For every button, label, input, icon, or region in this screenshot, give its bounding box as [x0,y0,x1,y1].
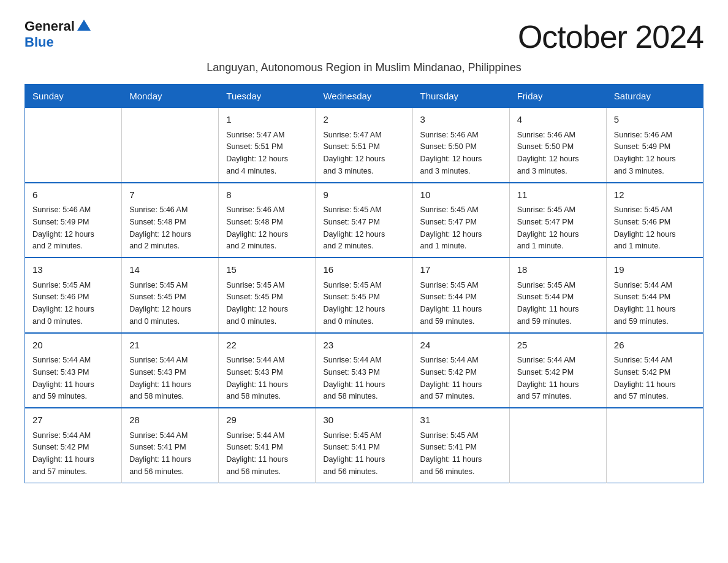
calendar-cell: 30Sunrise: 5:45 AM Sunset: 5:41 PM Dayli… [316,408,412,483]
day-info: Sunrise: 5:44 AM Sunset: 5:42 PM Dayligh… [32,431,94,476]
calendar-cell: 29Sunrise: 5:44 AM Sunset: 5:41 PM Dayli… [219,408,316,483]
day-number: 16 [323,263,404,277]
day-number: 25 [517,339,599,353]
day-info: Sunrise: 5:45 AM Sunset: 5:47 PM Dayligh… [420,205,482,250]
calendar-cell: 2Sunrise: 5:47 AM Sunset: 5:51 PM Daylig… [316,108,412,183]
calendar-cell [25,108,122,183]
calendar-week-row: 1Sunrise: 5:47 AM Sunset: 5:51 PM Daylig… [25,108,703,183]
day-number: 27 [32,413,114,427]
day-number: 10 [420,188,502,202]
day-info: Sunrise: 5:47 AM Sunset: 5:51 PM Dayligh… [323,131,385,175]
logo: General Blue [25,18,91,50]
calendar-cell: 1Sunrise: 5:47 AM Sunset: 5:51 PM Daylig… [219,108,316,183]
day-info: Sunrise: 5:46 AM Sunset: 5:48 PM Dayligh… [226,205,288,250]
day-number: 18 [517,263,599,277]
day-number: 30 [323,413,404,427]
calendar-cell: 8Sunrise: 5:46 AM Sunset: 5:48 PM Daylig… [219,183,316,258]
calendar-cell: 24Sunrise: 5:44 AM Sunset: 5:42 PM Dayli… [412,333,509,408]
day-info: Sunrise: 5:44 AM Sunset: 5:42 PM Dayligh… [614,356,676,400]
calendar-cell: 7Sunrise: 5:46 AM Sunset: 5:48 PM Daylig… [122,183,219,258]
day-info: Sunrise: 5:45 AM Sunset: 5:46 PM Dayligh… [32,281,94,326]
calendar-week-row: 13Sunrise: 5:45 AM Sunset: 5:46 PM Dayli… [25,258,703,333]
calendar-cell: 11Sunrise: 5:45 AM Sunset: 5:47 PM Dayli… [509,183,606,258]
day-info: Sunrise: 5:46 AM Sunset: 5:50 PM Dayligh… [420,131,482,175]
weekday-header-wednesday: Wednesday [316,85,412,108]
calendar-table: SundayMondayTuesdayWednesdayThursdayFrid… [25,84,703,483]
day-info: Sunrise: 5:45 AM Sunset: 5:44 PM Dayligh… [517,281,579,326]
day-number: 3 [420,113,502,127]
calendar-cell: 4Sunrise: 5:46 AM Sunset: 5:50 PM Daylig… [509,108,606,183]
day-number: 21 [129,339,211,353]
day-info: Sunrise: 5:44 AM Sunset: 5:44 PM Dayligh… [614,281,676,326]
day-number: 13 [32,263,114,277]
day-info: Sunrise: 5:44 AM Sunset: 5:43 PM Dayligh… [323,356,385,400]
calendar-cell: 28Sunrise: 5:44 AM Sunset: 5:41 PM Dayli… [122,408,219,483]
day-number: 8 [226,188,308,202]
day-info: Sunrise: 5:45 AM Sunset: 5:45 PM Dayligh… [129,281,191,326]
day-info: Sunrise: 5:45 AM Sunset: 5:41 PM Dayligh… [323,431,385,476]
day-number: 14 [129,263,211,277]
weekday-header-thursday: Thursday [412,85,509,108]
calendar-week-row: 20Sunrise: 5:44 AM Sunset: 5:43 PM Dayli… [25,333,703,408]
calendar-cell: 5Sunrise: 5:46 AM Sunset: 5:49 PM Daylig… [606,108,703,183]
calendar-cell: 14Sunrise: 5:45 AM Sunset: 5:45 PM Dayli… [122,258,219,333]
day-info: Sunrise: 5:45 AM Sunset: 5:41 PM Dayligh… [420,431,482,476]
day-info: Sunrise: 5:45 AM Sunset: 5:46 PM Dayligh… [614,205,676,250]
day-info: Sunrise: 5:45 AM Sunset: 5:44 PM Dayligh… [420,281,482,326]
calendar-week-row: 6Sunrise: 5:46 AM Sunset: 5:49 PM Daylig… [25,183,703,258]
calendar-cell: 9Sunrise: 5:45 AM Sunset: 5:47 PM Daylig… [316,183,412,258]
day-info: Sunrise: 5:46 AM Sunset: 5:50 PM Dayligh… [517,131,579,175]
calendar-cell: 25Sunrise: 5:44 AM Sunset: 5:42 PM Dayli… [509,333,606,408]
day-number: 7 [129,188,211,202]
day-number: 23 [323,339,404,353]
weekday-header-friday: Friday [509,85,606,108]
weekday-header-monday: Monday [122,85,219,108]
page-header: General Blue October 2024 [25,18,703,55]
calendar-week-row: 27Sunrise: 5:44 AM Sunset: 5:42 PM Dayli… [25,408,703,483]
day-number: 6 [32,188,114,202]
day-number: 26 [614,339,696,353]
day-number: 19 [614,263,696,277]
calendar-cell: 16Sunrise: 5:45 AM Sunset: 5:45 PM Dayli… [316,258,412,333]
calendar-cell: 20Sunrise: 5:44 AM Sunset: 5:43 PM Dayli… [25,333,122,408]
calendar-cell: 3Sunrise: 5:46 AM Sunset: 5:50 PM Daylig… [412,108,509,183]
day-number: 11 [517,188,599,202]
weekday-header-sunday: Sunday [25,85,122,108]
svg-marker-0 [77,20,91,31]
calendar-cell [122,108,219,183]
day-info: Sunrise: 5:47 AM Sunset: 5:51 PM Dayligh… [226,131,288,175]
month-title: October 2024 [518,18,703,55]
calendar-cell: 15Sunrise: 5:45 AM Sunset: 5:45 PM Dayli… [219,258,316,333]
day-info: Sunrise: 5:45 AM Sunset: 5:45 PM Dayligh… [226,281,288,326]
logo-general: General [25,18,75,34]
day-number: 1 [226,113,308,127]
day-info: Sunrise: 5:46 AM Sunset: 5:49 PM Dayligh… [614,131,676,175]
calendar-cell [606,408,703,483]
calendar-cell: 18Sunrise: 5:45 AM Sunset: 5:44 PM Dayli… [509,258,606,333]
calendar-cell: 12Sunrise: 5:45 AM Sunset: 5:46 PM Dayli… [606,183,703,258]
calendar-cell [509,408,606,483]
logo-blue: Blue [25,34,54,50]
weekday-header-tuesday: Tuesday [219,85,316,108]
day-number: 12 [614,188,696,202]
day-info: Sunrise: 5:45 AM Sunset: 5:47 PM Dayligh… [323,205,385,250]
day-number: 28 [129,413,211,427]
weekday-header-row: SundayMondayTuesdayWednesdayThursdayFrid… [25,85,703,108]
calendar-cell: 13Sunrise: 5:45 AM Sunset: 5:46 PM Dayli… [25,258,122,333]
calendar-cell: 21Sunrise: 5:44 AM Sunset: 5:43 PM Dayli… [122,333,219,408]
day-number: 17 [420,263,502,277]
day-info: Sunrise: 5:46 AM Sunset: 5:49 PM Dayligh… [32,205,94,250]
calendar-cell: 22Sunrise: 5:44 AM Sunset: 5:43 PM Dayli… [219,333,316,408]
day-number: 5 [614,113,696,127]
day-number: 15 [226,263,308,277]
day-info: Sunrise: 5:45 AM Sunset: 5:45 PM Dayligh… [323,281,385,326]
day-info: Sunrise: 5:44 AM Sunset: 5:41 PM Dayligh… [129,431,191,476]
day-info: Sunrise: 5:44 AM Sunset: 5:42 PM Dayligh… [517,356,579,400]
calendar-cell: 31Sunrise: 5:45 AM Sunset: 5:41 PM Dayli… [412,408,509,483]
calendar-cell: 26Sunrise: 5:44 AM Sunset: 5:42 PM Dayli… [606,333,703,408]
day-number: 24 [420,339,502,353]
day-info: Sunrise: 5:44 AM Sunset: 5:41 PM Dayligh… [226,431,288,476]
calendar-cell: 6Sunrise: 5:46 AM Sunset: 5:49 PM Daylig… [25,183,122,258]
calendar-cell: 17Sunrise: 5:45 AM Sunset: 5:44 PM Dayli… [412,258,509,333]
weekday-header-saturday: Saturday [606,85,703,108]
